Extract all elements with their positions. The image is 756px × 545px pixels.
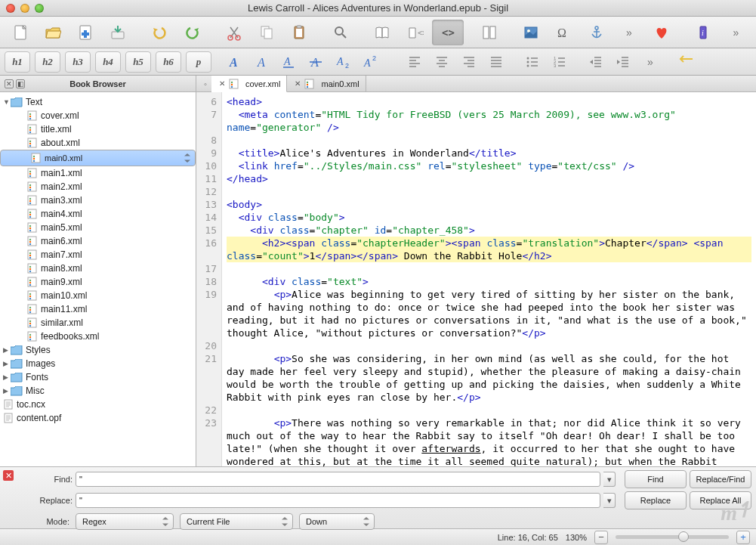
- tree-file[interactable]: main10.xml: [0, 289, 196, 302]
- tree-file[interactable]: main3.xml: [0, 194, 196, 207]
- svg-rect-109: [230, 79, 238, 88]
- heading-p-button[interactable]: p: [186, 51, 211, 73]
- open-file-button[interactable]: [37, 20, 68, 45]
- text-direction-button[interactable]: [674, 51, 699, 73]
- mode-select[interactable]: Regex: [76, 513, 174, 530]
- tree-file[interactable]: title.xml: [0, 122, 196, 136]
- insert-special-char-button[interactable]: Ω: [548, 20, 579, 45]
- tree-file[interactable]: main2.xml: [0, 180, 196, 194]
- tree-file[interactable]: feedbooks.xml: [0, 330, 196, 343]
- tree-file[interactable]: similar.xml: [0, 316, 196, 330]
- close-window-button[interactable]: [6, 4, 15, 13]
- align-right-button[interactable]: [456, 51, 482, 73]
- tree-folder[interactable]: ▶Fonts: [0, 370, 196, 384]
- copy-button[interactable]: [251, 20, 282, 45]
- find-button-action[interactable]: Find: [625, 470, 687, 488]
- add-file-button[interactable]: [70, 20, 101, 45]
- tree-file[interactable]: content.opf: [0, 411, 196, 425]
- find-close-button[interactable]: ✕: [3, 470, 14, 481]
- list-numbered-button[interactable]: 123: [547, 51, 572, 73]
- svg-point-68: [29, 212, 31, 213]
- cut-button[interactable]: [218, 20, 249, 45]
- split-view-button[interactable]: <>: [400, 20, 430, 45]
- align-center-button[interactable]: [429, 51, 455, 73]
- book-view-button[interactable]: [367, 20, 398, 45]
- tree-folder[interactable]: ▶Misc: [0, 384, 196, 398]
- tree-file[interactable]: main4.xml: [0, 207, 196, 221]
- tree-file[interactable]: main9.xml: [0, 275, 196, 289]
- insert-image-button[interactable]: [515, 20, 546, 45]
- code-content[interactable]: <head> <meta content="HTML Tidy for Free…: [222, 92, 756, 466]
- tree-file[interactable]: main6.xml: [0, 234, 196, 248]
- replace-all-button[interactable]: Replace All: [690, 491, 751, 509]
- toolbar-overflow-2[interactable]: »: [721, 20, 751, 45]
- minimize-window-button[interactable]: [20, 4, 29, 13]
- heading-h2-button[interactable]: h2: [35, 51, 60, 73]
- heading-h1-button[interactable]: h1: [5, 51, 30, 73]
- replace-find-button[interactable]: Replace/Find: [690, 470, 751, 488]
- heading-h6-button[interactable]: h6: [156, 51, 181, 73]
- tree-file[interactable]: main11.xml: [0, 302, 196, 316]
- strikethrough-button[interactable]: A: [304, 51, 329, 73]
- new-file-button[interactable]: [5, 20, 35, 45]
- zoom-window-button[interactable]: [35, 4, 44, 13]
- superscript-button[interactable]: A2: [358, 51, 384, 73]
- replace-history-dropdown[interactable]: ▾: [603, 493, 616, 508]
- tree-file[interactable]: main8.xml: [0, 262, 196, 275]
- paste-button[interactable]: [284, 20, 315, 45]
- metadata-editor-button[interactable]: i: [688, 20, 719, 45]
- tree-file[interactable]: main7.xml: [0, 248, 196, 262]
- tree-file[interactable]: about.xml: [0, 136, 196, 150]
- list-bullet-button[interactable]: [520, 51, 545, 73]
- tree-file[interactable]: main5.xml: [0, 221, 196, 234]
- zoom-slider[interactable]: [616, 535, 729, 539]
- align-left-button[interactable]: [402, 51, 427, 73]
- file-tree[interactable]: ▼Textcover.xmltitle.xmlabout.xmlmain0.xm…: [0, 92, 196, 466]
- svg-rect-59: [28, 182, 36, 191]
- tab-close-icon[interactable]: ✕: [218, 79, 226, 88]
- svg-point-50: [29, 145, 31, 147]
- heading-h5-button[interactable]: h5: [125, 51, 151, 73]
- find-button[interactable]: [326, 20, 356, 45]
- tree-folder[interactable]: ▶Styles: [0, 343, 196, 357]
- subscript-button[interactable]: A2: [331, 51, 356, 73]
- code-editor[interactable]: 67891011121314151617181920212223 <head> …: [196, 92, 756, 466]
- format-overflow[interactable]: »: [637, 51, 663, 73]
- svg-point-98: [29, 311, 31, 313]
- donate-button[interactable]: [646, 20, 677, 45]
- tab-close-icon[interactable]: ✕: [293, 79, 301, 88]
- scope-select[interactable]: Current File: [180, 513, 293, 530]
- zoom-out-button[interactable]: −: [594, 531, 608, 544]
- split-button[interactable]: [474, 20, 505, 45]
- tree-file[interactable]: main0.xml: [0, 150, 196, 166]
- tree-file[interactable]: main1.xml: [0, 166, 196, 180]
- tree-file[interactable]: toc.ncx: [0, 398, 196, 411]
- replace-button[interactable]: Replace: [625, 491, 687, 509]
- toolbar-overflow-1[interactable]: »: [613, 20, 644, 45]
- replace-input[interactable]: [76, 493, 600, 508]
- undo-button[interactable]: [144, 20, 175, 45]
- save-button[interactable]: [103, 20, 134, 45]
- editor-tab[interactable]: ✕main0.xml: [287, 76, 366, 91]
- italic-button[interactable]: A: [249, 51, 275, 73]
- heading-h3-button[interactable]: h3: [65, 51, 91, 73]
- underline-button[interactable]: A: [276, 51, 302, 73]
- heading-h4-button[interactable]: h4: [95, 51, 121, 73]
- insert-anchor-button[interactable]: [581, 20, 612, 45]
- zoom-in-button[interactable]: +: [736, 531, 750, 544]
- find-history-dropdown[interactable]: ▾: [603, 472, 616, 487]
- tabs-menu-button[interactable]: ◦: [199, 76, 211, 91]
- tree-file[interactable]: cover.xml: [0, 109, 196, 122]
- tree-folder[interactable]: ▼Text: [0, 95, 196, 109]
- align-justify-button[interactable]: [483, 51, 509, 73]
- indent-less-button[interactable]: [583, 51, 609, 73]
- editor-tab[interactable]: ✕cover.xml: [211, 76, 287, 92]
- find-input[interactable]: [76, 472, 600, 487]
- bold-button[interactable]: A: [222, 51, 248, 73]
- panel-title: Book Browser: [0, 79, 196, 88]
- redo-button[interactable]: [177, 20, 208, 45]
- indent-more-button[interactable]: [610, 51, 636, 73]
- code-view-button[interactable]: <>: [432, 20, 463, 45]
- direction-select[interactable]: Down: [299, 513, 375, 530]
- tree-folder[interactable]: ▶Images: [0, 357, 196, 370]
